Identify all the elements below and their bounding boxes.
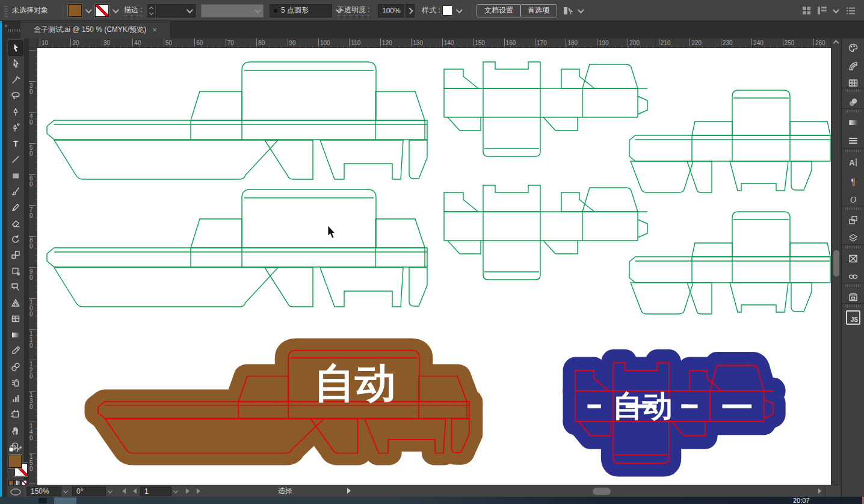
- dieline-green-narrow-2[interactable]: [629, 212, 830, 314]
- fill-swatch[interactable]: [68, 4, 82, 17]
- scripts-panel-icon[interactable]: JS: [846, 310, 860, 325]
- transparency-panel-icon[interactable]: [846, 95, 860, 109]
- chevron-down-icon[interactable]: [85, 6, 92, 13]
- panel-group-grip[interactable]: [845, 110, 861, 112]
- opacity-flyout-button[interactable]: [406, 0, 415, 21]
- opentype-panel-icon[interactable]: O: [846, 192, 860, 207]
- artboards-panel-icon[interactable]: [846, 251, 860, 266]
- arrange-documents-button[interactable]: [802, 0, 811, 21]
- chevron-down-icon[interactable]: [456, 6, 463, 13]
- panel-group-grip[interactable]: [845, 284, 861, 287]
- chevron-down-icon[interactable]: [108, 488, 113, 493]
- dieline-green-large-2[interactable]: [47, 189, 427, 307]
- paragraph-panel-icon[interactable]: ¶: [846, 174, 860, 189]
- character-panel-icon[interactable]: A: [846, 155, 860, 170]
- document-setup-button[interactable]: 文档设置: [477, 0, 521, 21]
- ruler-origin-corner[interactable]: [29, 38, 37, 48]
- vertical-scrollbar-thumb[interactable]: [833, 250, 839, 277]
- stroke-none-swatch[interactable]: [95, 4, 109, 17]
- color-guide-panel-icon[interactable]: [846, 59, 860, 73]
- paintbrush-tool[interactable]: [8, 184, 23, 198]
- style-combo[interactable]: [442, 0, 461, 21]
- dieline-green-tuck-1[interactable]: [444, 62, 647, 156]
- auto-label-blue[interactable]: 自动: [613, 389, 673, 423]
- previous-artboard-button[interactable]: [132, 487, 137, 496]
- taskbar-app-icon[interactable]: [39, 498, 47, 503]
- artboard-canvas[interactable]: 自动 自动: [37, 48, 831, 485]
- dieline-green-narrow-1[interactable]: [629, 90, 830, 192]
- symbol-sprayer-tool[interactable]: [8, 375, 23, 390]
- lasso-tool[interactable]: [8, 88, 23, 103]
- taskbar-active-app-button[interactable]: [54, 497, 76, 504]
- layers-panel-icon[interactable]: [846, 231, 860, 245]
- brush-combo[interactable]: 5 点圆形: [270, 0, 341, 21]
- scale-tool[interactable]: [8, 248, 23, 262]
- pen-tool[interactable]: [8, 105, 23, 119]
- artboard-tool[interactable]: [8, 407, 23, 422]
- panel-group-grip[interactable]: [845, 305, 861, 307]
- scroll-right-icon[interactable]: [818, 487, 822, 496]
- chevron-down-icon[interactable]: [173, 488, 178, 493]
- magic-wand-tool[interactable]: [8, 73, 23, 87]
- fill-swatch-tool[interactable]: [8, 455, 22, 468]
- selection-tool[interactable]: [8, 41, 23, 55]
- dieline-green-tuck-2[interactable]: [444, 185, 647, 280]
- chevron-down-icon[interactable]: [63, 488, 68, 493]
- links-panel-icon[interactable]: [846, 269, 860, 284]
- next-artboard-button[interactable]: [185, 487, 190, 496]
- artboard-number-input[interactable]: 1: [140, 487, 171, 496]
- preferences-button[interactable]: 首选项: [520, 0, 557, 21]
- blend-tool[interactable]: [8, 360, 23, 374]
- transform-panel-icon[interactable]: [846, 213, 860, 227]
- last-artboard-button[interactable]: [196, 487, 203, 496]
- swap-fill-stroke-icon[interactable]: [16, 445, 24, 453]
- chevron-down-icon[interactable]: [578, 6, 584, 13]
- horizontal-scrollbar[interactable]: [359, 486, 815, 497]
- color-mode-button[interactable]: [8, 480, 14, 485]
- panel-group-grip[interactable]: [845, 150, 861, 152]
- rectangle-tool[interactable]: [8, 168, 23, 183]
- style-swatch[interactable]: [442, 5, 452, 16]
- drawing-modes-button[interactable]: [10, 488, 22, 496]
- auto-label-brown[interactable]: 自动: [314, 360, 396, 405]
- zoom-level-input[interactable]: 150%: [26, 487, 61, 496]
- dieline-green-large-1[interactable]: [47, 62, 427, 179]
- panel-group-grip[interactable]: [845, 90, 861, 92]
- perspective-grid-tool[interactable]: [8, 296, 23, 310]
- horizontal-scrollbar-thumb[interactable]: [593, 488, 611, 495]
- status-flyout-button[interactable]: [347, 487, 351, 496]
- curvature-tool[interactable]: [8, 120, 23, 135]
- libraries-panel-icon[interactable]: [846, 290, 860, 304]
- document-layout-button[interactable]: [817, 0, 838, 21]
- panel-group-grip[interactable]: [845, 246, 861, 248]
- vertical-scrollbar[interactable]: [831, 38, 841, 485]
- eraser-tool[interactable]: [8, 216, 23, 230]
- box-design-blue[interactable]: [575, 363, 773, 463]
- color-panel-icon[interactable]: [846, 41, 860, 55]
- rotation-input[interactable]: 0°: [72, 487, 106, 496]
- direct-selection-tool[interactable]: [8, 57, 23, 71]
- opacity-input[interactable]: 100%: [378, 0, 404, 21]
- gradient-mode-button[interactable]: [15, 480, 20, 485]
- type-tool[interactable]: T: [8, 137, 23, 151]
- scroll-up-icon[interactable]: [833, 40, 839, 46]
- shape-builder-tool[interactable]: [8, 280, 23, 294]
- eyedropper-tool[interactable]: [8, 343, 23, 358]
- stroke-color-picker[interactable]: [95, 0, 117, 21]
- chevron-down-icon[interactable]: [113, 6, 119, 13]
- line-segment-tool[interactable]: [8, 152, 23, 167]
- stroke-weight-combo[interactable]: [156, 0, 196, 21]
- first-artboard-button[interactable]: [120, 487, 126, 496]
- shaper-tool[interactable]: [8, 200, 23, 215]
- tab-close-icon[interactable]: ×: [152, 26, 157, 34]
- gradient-tool[interactable]: [8, 328, 23, 342]
- workspace-switcher[interactable]: [563, 0, 582, 21]
- horizontal-ruler[interactable]: 1020304050607080901001101201301401501601…: [37, 38, 831, 48]
- gradient-panel-icon[interactable]: [846, 115, 860, 130]
- hand-tool[interactable]: [8, 423, 23, 438]
- panel-group-grip[interactable]: [845, 207, 861, 210]
- fill-color-picker[interactable]: [68, 0, 90, 21]
- vertical-ruler[interactable]: 30405060708090100110120130140150: [29, 48, 37, 485]
- column-graph-tool[interactable]: [8, 392, 23, 406]
- box-design-brown[interactable]: [98, 351, 469, 453]
